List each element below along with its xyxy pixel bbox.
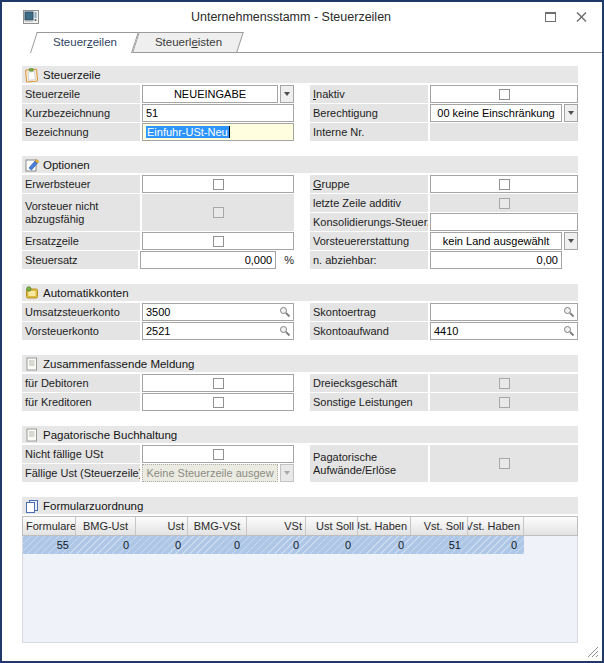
section-title: Steuerzeile [43,69,101,81]
kurzbezeichnung-input[interactable]: 51 [142,104,294,122]
tab-steuerzeilen[interactable]: Steuerzeilen [30,32,132,53]
steuerzeile-dropdown-button[interactable] [280,85,294,103]
close-button[interactable] [574,11,588,23]
skontoaufwand-input[interactable]: 4410 [430,322,578,340]
gruppe-checkbox[interactable] [499,179,510,190]
cell-bmg-ust: 0 [76,536,136,554]
n-abziehbar-label: n. abziehbar: [310,251,428,269]
n-abziehbar-input[interactable]: 0,00 [430,251,562,269]
nicht-faellige-ust-label: Nicht fällige USt [22,445,140,463]
steuerzeile-label: Steuerzeile [22,85,140,103]
berechtigung-dropdown-button[interactable] [564,104,578,122]
table-row-selected[interactable]: 55 0 0 0 0 0 0 51 0 [23,536,524,554]
percent-label: % [284,251,294,269]
faellige-ust-dropdown-button [280,464,294,482]
berechtigung-label: Berechtigung [310,104,428,122]
chevron-down-icon [568,239,574,243]
umsatzsteuerkonto-input[interactable]: 3500 [142,303,294,321]
close-icon [576,12,587,22]
vorsteuerkonto-input[interactable]: 2521 [142,322,294,340]
ersatzzeile-checkbox[interactable] [213,236,224,247]
fuer-debitoren-checkbox-field [142,374,294,392]
accounts-box-icon [24,285,40,301]
resize-grip[interactable] [585,644,599,658]
chevron-down-icon [284,471,290,475]
column-header: VSt [247,517,306,535]
konsolidierungs-steuerzeile-label: Konsolidierungs-Steuerz [310,213,428,231]
table-header: Formulare BMG-Ust Ust BMG-VSt VSt Ust So… [22,516,578,536]
sonstige-leistungen-checkbox [499,397,510,408]
nicht-faellige-ust-checkbox-field [142,445,294,463]
fuer-kreditoren-checkbox[interactable] [213,397,224,408]
pagatorische-aufwaende-erloese-label: Pagatorische Aufwände/Erlöse [310,445,428,482]
section-steuerzeile: Steuerzeile Steuerzeile NEUEINGABE Kurzb… [22,66,578,141]
pagatorische-aufwaende-erloese-checkbox [499,458,510,469]
column-header: Vst. Soll [411,517,468,535]
nicht-faellige-ust-checkbox[interactable] [213,449,224,460]
cell-vst-haben: 0 [468,536,524,554]
chevron-down-icon [284,92,290,96]
fuer-kreditoren-label: für Kreditoren [22,393,140,411]
vorsteuer-nicht-abzugsfaehig-checkbox [213,207,224,218]
gruppe-checkbox-field [430,175,578,193]
column-header: Formulare [23,517,76,535]
section-header: Steuerzeile [22,66,578,83]
section-header: Automatikkonten [22,284,578,301]
cell-ust: 0 [136,536,188,554]
vorsteuererstattung-combobox[interactable]: kein Land ausgewählt [430,232,562,250]
cell-ust-haben: 0 [358,536,411,554]
column-header: Ust Soll [306,517,358,535]
window-title: Unternehmensstamm - Steuerzeilen [39,10,543,24]
clipboard-icon [24,67,40,83]
sonstige-leistungen-label: Sonstige Leistungen [310,393,428,411]
search-icon[interactable] [279,306,291,318]
section-header: Pagatorische Buchhaltung [22,426,578,443]
ersatzzeile-checkbox-field [142,232,294,250]
steuerzeile-combobox[interactable]: NEUEINGABE [142,85,278,103]
cell-ust-soll: 0 [306,536,358,554]
cell-formulare: 55 [23,536,76,554]
cell-bmg-vst: 0 [188,536,247,554]
erwerbsteuer-checkbox[interactable] [213,179,224,190]
gruppe-label: Gruppe [310,175,428,193]
app-icon [23,9,39,25]
konsolidierungs-steuerzeile-input[interactable] [430,213,578,231]
vorsteuerkonto-label: Vorsteuerkonto [22,322,140,340]
section-header: Optionen [22,156,578,173]
search-icon[interactable] [563,306,575,318]
tab-steuerleisten[interactable]: Steuerleisten [132,32,237,53]
section-title: Optionen [43,159,90,171]
vorsteuererstattung-label: Vorsteuererstattung [310,232,428,250]
faellige-ust-label: Fällige Ust (Steuerzeile) [22,464,140,482]
table-body: 55 0 0 0 0 0 0 51 0 [22,536,578,643]
berechtigung-combobox[interactable]: 00 keine Einschränkung [430,104,562,122]
vorsteuererstattung-dropdown-button[interactable] [564,232,578,250]
fuer-debitoren-checkbox[interactable] [213,378,224,389]
selected-text: Einfuhr-USt-Neu [146,126,229,138]
column-header: BMG-Ust [76,517,136,535]
bezeichnung-input[interactable]: Einfuhr-USt-Neu [142,123,294,141]
column-header: Vst. Haben [468,517,524,535]
skontoertrag-input[interactable] [430,303,578,321]
search-icon[interactable] [279,325,291,337]
pagatorische-aufwaende-erloese-checkbox-field [430,445,578,482]
steuersatz-label: Steuersatz [22,251,138,269]
dreiecksgeschaeft-checkbox [499,378,510,389]
fuer-kreditoren-checkbox-field [142,393,294,411]
maximize-button[interactable] [543,11,557,23]
steuersatz-input[interactable]: 0,000 [140,251,276,269]
inaktiv-label: Inaktiv [310,85,428,103]
section-title: Automatikkonten [43,287,129,299]
titlebar: Unternehmensstamm - Steuerzeilen [2,2,602,32]
maximize-icon [545,12,556,22]
letzte-zeile-additiv-checkbox-field [430,194,578,212]
text-caret [229,126,230,138]
document-icon [24,427,40,443]
search-icon[interactable] [563,325,575,337]
letzte-zeile-additiv-checkbox [499,198,510,209]
cell-vst: 0 [247,536,306,554]
dreiecksgeschaeft-label: Dreiecksgeschäft [310,374,428,392]
letzte-zeile-additiv-label: letzte Zeile additiv [310,194,428,212]
column-header: Ust [136,517,188,535]
inaktiv-checkbox[interactable] [499,89,510,100]
